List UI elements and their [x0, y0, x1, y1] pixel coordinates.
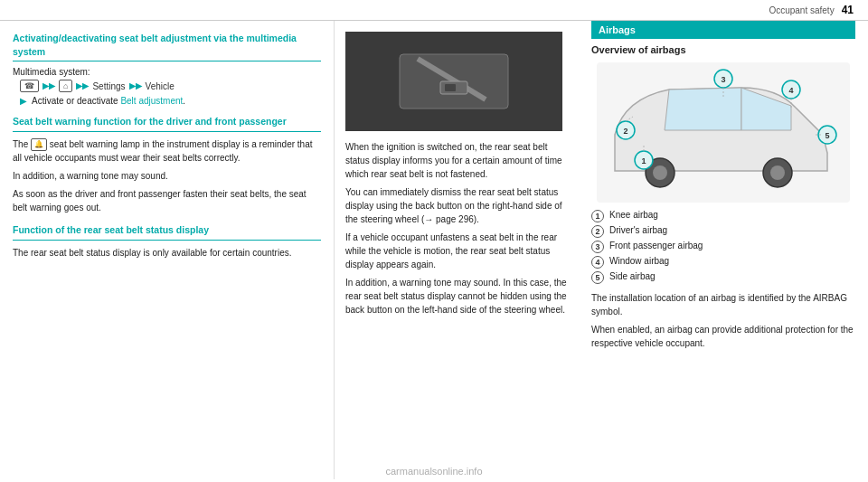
svg-point-7 [653, 165, 667, 180]
bullet-arrow-icon: ▶ [20, 96, 27, 106]
list-item: 3 Front passenger airbag [591, 241, 855, 253]
page-header: Occupant safety 41 [0, 0, 868, 21]
mid-column: When the ignition is switched on, the re… [335, 21, 579, 479]
airbag-num-3: 3 [591, 241, 604, 253]
belt-adjustment-link[interactable]: Belt adjustment [120, 96, 183, 106]
page-number: 41 [842, 4, 854, 16]
section2-para2: In addition, a warning tone may sound. [13, 169, 321, 183]
nav-vehicle: Vehicle [146, 81, 175, 91]
airbag-label-5: Side airbag [609, 271, 656, 281]
bullet-text: Activate or deactivate Belt adjustment. [32, 96, 185, 106]
airbag-num-5: 5 [591, 271, 604, 284]
list-item: 2 Driver's airbag [591, 225, 855, 238]
airbag-num-1: 1 [591, 210, 604, 222]
multimedia-nav: ☎ ▶▶ ⌂ ▶▶ Settings ▶▶ Vehicle [20, 80, 321, 92]
section2-para3: As soon as the driver and front passenge… [13, 187, 321, 214]
section2-block: Seat belt warning function for the drive… [13, 115, 321, 214]
car-svg [345, 32, 562, 131]
svg-text:5: 5 [825, 131, 829, 140]
content-area: Activating/deactivating seat belt adjust… [0, 21, 868, 479]
nav-settings: Settings [92, 81, 125, 91]
mid-para4: In addition, a warning tone may sound. I… [345, 276, 568, 317]
list-item: 4 Window airbag [591, 256, 855, 269]
car-seatbelt-image [345, 32, 562, 131]
svg-text:3: 3 [721, 75, 725, 84]
section3-title: Function of the rear seat belt status di… [13, 223, 321, 241]
section2-para1: The 🔔 seat belt warning lamp in the inst… [13, 137, 321, 165]
svg-point-9 [770, 165, 785, 180]
mid-para3: If a vehicle occupant unfastens a seat b… [345, 231, 568, 271]
mid-para2: You can immediately dismiss the rear sea… [345, 185, 568, 226]
arrow-right-2: ▶▶ [76, 81, 89, 90]
mm-bullet-item: ▶ Activate or deactivate Belt adjustment… [20, 96, 321, 106]
right-column: Airbags Overview of airbags [579, 21, 868, 479]
airbag-label-2: Driver's airbag [609, 225, 667, 235]
mid-para1: When the ignition is switched on, the re… [345, 140, 568, 181]
phone-icon: ☎ [20, 80, 39, 92]
airbag-diagram: 1 2 3 4 5 [591, 62, 855, 203]
section3-para1: The rear seat belt status display is onl… [13, 246, 321, 260]
home-icon: ⌂ [59, 80, 72, 92]
right-para1: The installation location of an airbag i… [591, 291, 855, 318]
airbag-svg: 1 2 3 4 5 [591, 62, 855, 203]
section-label: Occupant safety [769, 5, 834, 15]
airbag-label-3: Front passenger airbag [609, 241, 703, 250]
arrow-right-3: ▶▶ [129, 81, 142, 90]
section3-block: Function of the rear seat belt status di… [13, 223, 321, 260]
multimedia-label: Multimedia system: [13, 67, 321, 77]
airbags-subheader: Overview of airbags [591, 44, 855, 55]
airbags-header: Airbags [591, 21, 855, 39]
airbag-num-2: 2 [591, 225, 604, 238]
svg-text:2: 2 [623, 127, 627, 136]
car-image-inner [345, 32, 562, 131]
airbag-num-4: 4 [591, 256, 604, 269]
airbag-list: 1 Knee airbag 2 Driver's airbag 3 Front … [591, 210, 855, 284]
svg-text:1: 1 [641, 156, 646, 165]
seatbelt-warning-icon: 🔔 [31, 138, 47, 151]
list-item: 1 Knee airbag [591, 210, 855, 222]
section2-title: Seat belt warning function for the drive… [13, 115, 321, 132]
svg-text:4: 4 [788, 86, 793, 95]
list-item: 5 Side airbag [591, 271, 855, 284]
svg-rect-4 [445, 84, 456, 91]
section1-title: Activating/deactivating seat belt adjust… [13, 32, 321, 61]
left-column: Activating/deactivating seat belt adjust… [0, 21, 335, 479]
arrow-right-1: ▶▶ [42, 81, 55, 90]
multimedia-system-block: Multimedia system: ☎ ▶▶ ⌂ ▶▶ Settings ▶▶… [13, 67, 321, 106]
airbag-label-1: Knee airbag [609, 210, 658, 220]
airbag-label-4: Window airbag [609, 256, 669, 266]
right-para2: When enabled, an airbag can provide addi… [591, 323, 855, 350]
